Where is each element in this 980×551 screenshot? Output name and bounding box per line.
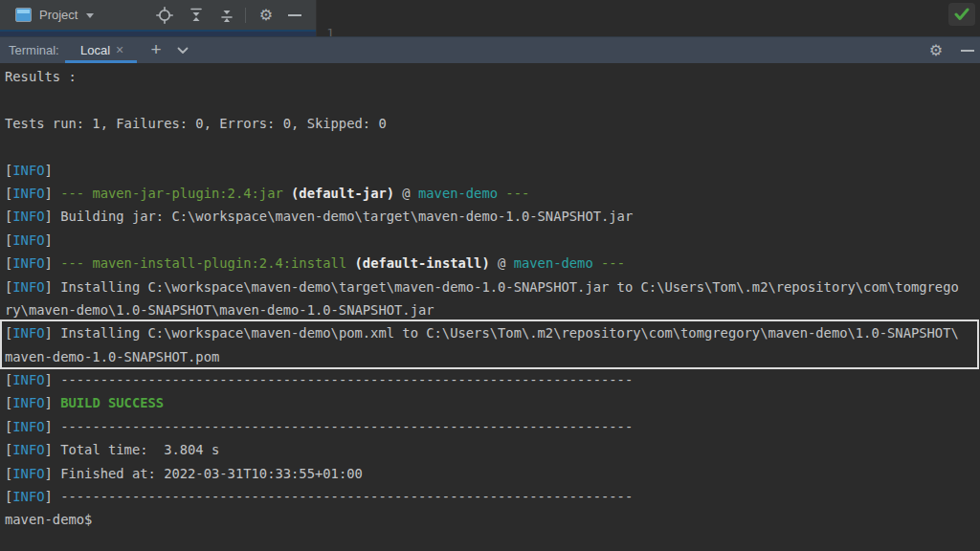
console-line: [INFO] Installing C:\workspace\maven-dem… xyxy=(0,276,980,298)
text-segment: @ xyxy=(394,186,418,201)
text-segment: INFO xyxy=(12,232,44,248)
console-line: [INFO] Building jar: C:\workspace\maven-… xyxy=(0,205,980,228)
console-line xyxy=(0,88,980,111)
text-segment: @ xyxy=(490,255,514,271)
text-segment: maven-demo$ xyxy=(5,512,92,527)
text-segment: Tests run: 1, Failures: 0, Errors: 0, Sk… xyxy=(5,116,387,131)
console-output: Results :Tests run: 1, Failures: 0, Erro… xyxy=(0,65,980,532)
text-segment: ] Building jar: C:\workspace\maven-demo\… xyxy=(45,209,634,224)
close-tab-icon[interactable]: × xyxy=(116,37,123,63)
text-segment: INFO xyxy=(12,466,44,481)
text-segment: INFO xyxy=(12,442,44,457)
settings-gear-icon[interactable]: ⚙ xyxy=(257,7,275,24)
terminal-tab-local[interactable]: Local × xyxy=(65,37,137,63)
hide-terminal-minimize-icon[interactable] xyxy=(961,50,974,52)
terminal-console[interactable]: Results :Tests run: 1, Failures: 0, Erro… xyxy=(0,63,980,551)
console-line: [INFO] Installing C:\workspace\maven-dem… xyxy=(0,321,980,344)
text-segment: ry\maven-demo\1.0-SNAPSHOT\maven-demo-1.… xyxy=(5,302,434,318)
expand-all-icon[interactable] xyxy=(188,7,205,24)
text-segment: ] Total time: 3.804 s xyxy=(45,442,220,457)
project-panel-title[interactable]: Project xyxy=(39,0,78,30)
text-segment: maven-demo-1.0-SNAPSHOT.pom xyxy=(5,349,219,364)
console-line: [INFO] ---------------------------------… xyxy=(0,368,980,391)
console-line: [INFO] --- maven-jar-plugin:2.4:jar (def… xyxy=(0,182,980,205)
console-line: Results : xyxy=(0,65,980,88)
text-segment: INFO xyxy=(12,279,44,295)
console-line: [INFO] Finished at: 2022-03-31T10:33:55+… xyxy=(0,462,980,485)
inspections-status-badge[interactable] xyxy=(948,3,975,26)
hide-panel-minimize-icon[interactable] xyxy=(288,14,301,16)
collapse-all-icon[interactable] xyxy=(218,7,235,24)
text-segment: INFO xyxy=(12,186,44,201)
text-segment: ] xyxy=(45,186,61,201)
text-segment: ] xyxy=(45,255,61,271)
terminal-panel-label: Terminal: xyxy=(9,37,59,63)
console-line: [INFO] Total time: 3.804 s xyxy=(0,438,980,461)
text-segment: ] --------------------------------------… xyxy=(45,372,634,387)
console-line: [INFO] ---------------------------------… xyxy=(0,485,980,508)
console-line: ry\maven-demo\1.0-SNAPSHOT\maven-demo-1.… xyxy=(0,298,980,321)
console-line: maven-demo-1.0-SNAPSHOT.pom xyxy=(0,345,980,368)
text-segment: ] xyxy=(45,395,61,410)
text-segment: ] --------------------------------------… xyxy=(45,489,634,504)
text-segment: ] --------------------------------------… xyxy=(45,419,634,434)
terminal-settings-gear-icon[interactable]: ⚙ xyxy=(927,42,945,59)
console-line: [INFO] xyxy=(0,159,980,182)
text-segment: maven-demo xyxy=(418,186,498,201)
text-segment: INFO xyxy=(12,163,44,178)
text-segment: (default-jar) xyxy=(291,186,394,201)
terminal-toolbar: Terminal: Local × + ⚙ xyxy=(0,36,980,63)
text-segment: ] Finished at: 2022-03-31T10:33:55+01:00 xyxy=(45,466,363,481)
text-segment: ] xyxy=(45,163,53,178)
text-segment: Results : xyxy=(5,69,77,84)
console-line: maven-demo$ xyxy=(0,508,980,531)
project-tool-window-icon xyxy=(15,8,32,22)
text-segment: --- maven-install-plugin:2.4:install xyxy=(60,255,354,271)
console-line: Tests run: 1, Failures: 0, Errors: 0, Sk… xyxy=(0,112,980,135)
text-segment: maven-demo xyxy=(514,255,593,271)
terminal-tab-label: Local xyxy=(80,37,110,63)
text-segment: INFO xyxy=(12,255,44,271)
console-line: [INFO] BUILD SUCCESS xyxy=(0,391,980,414)
text-segment: (default-install) xyxy=(355,255,490,271)
text-segment: --- maven-jar-plugin:2.4:jar xyxy=(60,186,291,201)
project-tree-selection-strip xyxy=(0,30,316,36)
text-segment: --- xyxy=(498,186,529,201)
console-line xyxy=(0,135,980,158)
text-segment: INFO xyxy=(12,209,44,224)
text-segment: ] Installing C:\workspace\maven-demo\pom… xyxy=(45,325,959,341)
text-segment: --- xyxy=(593,255,625,271)
chevron-down-icon[interactable] xyxy=(86,13,94,18)
text-segment: INFO xyxy=(12,372,44,387)
editor-area[interactable]: 1 <?xml version="1.0" encoding="UTF-8"?>… xyxy=(316,0,980,36)
text-segment: ] Installing C:\workspace\maven-demo\tar… xyxy=(45,279,959,295)
toolbar-separator xyxy=(245,8,246,23)
console-line: [INFO] --- maven-install-plugin:2.4:inst… xyxy=(0,252,980,275)
console-line: [INFO] xyxy=(0,229,980,252)
console-line: [INFO] ---------------------------------… xyxy=(0,415,980,438)
locate-file-icon[interactable] xyxy=(156,7,173,24)
text-segment: INFO xyxy=(12,419,44,434)
check-icon xyxy=(954,8,969,21)
project-panel-header: Project ⚙ xyxy=(0,0,316,30)
ide-window: Project ⚙ 1 <?xml version="1.0" en xyxy=(0,0,980,551)
text-segment: INFO xyxy=(12,325,44,341)
text-segment: INFO xyxy=(12,489,44,504)
text-segment: ] xyxy=(45,232,53,248)
text-segment: INFO xyxy=(12,395,44,410)
text-segment: BUILD SUCCESS xyxy=(60,395,164,410)
chevron-down-icon[interactable] xyxy=(177,47,189,55)
new-terminal-tab-button[interactable]: + xyxy=(146,37,166,63)
